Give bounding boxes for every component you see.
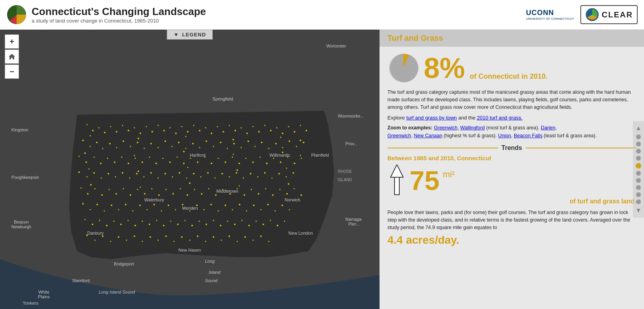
svg-point-223 <box>242 220 243 221</box>
svg-point-174 <box>104 210 105 212</box>
svg-point-229 <box>284 221 285 222</box>
svg-point-253 <box>268 241 270 242</box>
svg-point-128 <box>221 173 223 174</box>
zoom-link-newcanaan[interactable]: New Canaan <box>414 133 442 138</box>
svg-point-179 <box>139 205 141 206</box>
svg-point-87 <box>162 158 164 159</box>
svg-point-78 <box>100 163 102 164</box>
svg-point-254 <box>90 135 91 136</box>
svg-point-112 <box>108 173 109 174</box>
svg-point-264 <box>282 152 283 153</box>
svg-point-44 <box>96 142 98 143</box>
trends-subtitle: Between 1985 and 2010, Connecticut <box>387 155 636 161</box>
svg-point-47 <box>116 147 117 148</box>
svg-point-37 <box>282 133 283 134</box>
explore-line: Explore turf and grass by town and the 2… <box>387 115 636 121</box>
svg-point-66 <box>247 140 249 142</box>
svg-point-97 <box>232 157 233 158</box>
svg-point-55 <box>172 146 173 147</box>
clear-logo-icon <box>585 8 599 22</box>
svg-point-88 <box>169 161 171 163</box>
nav-up-arrow[interactable]: ▲ <box>635 124 642 132</box>
svg-point-7 <box>104 132 106 133</box>
svg-point-258 <box>280 137 281 138</box>
nav-dot-1[interactable] <box>636 135 641 139</box>
svg-point-275 <box>288 183 289 185</box>
svg-point-5 <box>92 130 94 131</box>
trends-line-right <box>525 148 636 148</box>
svg-point-215 <box>185 220 186 221</box>
nav-dot-9[interactable] <box>636 192 641 197</box>
app-header: Connecticut's Changing Landscape a study… <box>0 0 644 30</box>
svg-point-22 <box>193 125 195 126</box>
svg-point-56 <box>178 142 179 143</box>
svg-point-175 <box>111 205 112 206</box>
nav-dot-3[interactable] <box>636 149 641 154</box>
zoom-link-darien[interactable]: Darien <box>541 125 555 131</box>
svg-point-34 <box>264 125 266 126</box>
legend-chevron: ▼ <box>174 32 179 38</box>
svg-point-246 <box>213 236 214 238</box>
svg-point-196 <box>261 209 262 210</box>
of-ct-label: of Connecticut in 2010. <box>470 72 548 84</box>
zoom-link-greenwich2[interactable]: Greenwich <box>387 133 411 138</box>
svg-point-76 <box>85 161 87 163</box>
svg-point-40 <box>300 125 301 126</box>
svg-point-127 <box>215 178 216 179</box>
nav-dot-6[interactable] <box>636 171 641 176</box>
svg-point-242 <box>181 236 183 238</box>
svg-point-172 <box>90 209 91 210</box>
svg-point-18 <box>170 127 171 129</box>
svg-point-53 <box>158 147 159 148</box>
svg-point-257 <box>232 139 234 140</box>
svg-point-43 <box>90 146 91 147</box>
trends-description: People love their lawns, parks and (for … <box>387 209 636 231</box>
zoom-in-button[interactable]: + <box>5 34 19 49</box>
svg-point-17 <box>163 130 165 131</box>
home-button[interactable] <box>5 49 19 64</box>
nav-dot-5-active[interactable] <box>636 163 641 169</box>
svg-point-8 <box>110 126 111 127</box>
clear-text-block: CLEAR <box>602 10 633 19</box>
map-container[interactable]: + − ▼ LEGEND Worcester Springfield Kings… <box>0 30 380 309</box>
nav-dot-10[interactable] <box>636 199 641 204</box>
svg-point-211 <box>156 220 157 221</box>
svg-point-226 <box>263 224 264 225</box>
nav-dot-8[interactable] <box>636 185 641 190</box>
title-block: Connecticut's Changing Landscape a study… <box>32 6 206 24</box>
svg-point-70 <box>275 143 277 144</box>
zoom-link-union[interactable]: Union <box>498 133 511 138</box>
svg-point-197 <box>267 204 269 205</box>
nav-dot-2[interactable] <box>636 142 641 146</box>
svg-point-212 <box>163 225 164 226</box>
svg-point-163 <box>251 189 252 190</box>
explore-link-2010-turf[interactable]: 2010 turf and grass. <box>477 115 523 121</box>
zoom-link-greenwich1[interactable]: Greenwich <box>434 125 457 131</box>
svg-point-255 <box>138 138 139 139</box>
zoom-link-beaconfalls[interactable]: Beacon Falls <box>514 133 542 138</box>
svg-point-89 <box>177 157 178 158</box>
svg-point-74 <box>303 142 304 143</box>
svg-point-115 <box>129 178 130 179</box>
svg-point-239 <box>158 240 159 241</box>
trends-title: Trends <box>501 144 522 152</box>
svg-point-60 <box>206 140 207 142</box>
svg-point-190 <box>218 210 219 212</box>
explore-link-turf-by-town[interactable]: turf and grass by town <box>406 115 457 121</box>
zoom-sep3: , <box>411 133 414 138</box>
zoom-link-wallingford[interactable]: Wallingford <box>460 125 485 131</box>
nav-dot-4[interactable] <box>636 156 641 161</box>
svg-point-129 <box>229 176 230 178</box>
zoom-out-button[interactable]: − <box>5 64 19 79</box>
svg-point-58 <box>192 143 194 144</box>
svg-point-166 <box>272 194 274 196</box>
zoom-sep4: , <box>511 133 514 138</box>
svg-point-116 <box>136 173 138 174</box>
nav-dot-7[interactable] <box>636 178 641 183</box>
svg-point-219 <box>213 220 214 221</box>
svg-point-220 <box>220 225 221 226</box>
legend-bar[interactable]: ▼ LEGEND <box>167 30 213 40</box>
nav-down-arrow[interactable]: ▼ <box>635 207 642 214</box>
svg-point-90 <box>183 163 185 164</box>
svg-point-262 <box>183 151 185 152</box>
